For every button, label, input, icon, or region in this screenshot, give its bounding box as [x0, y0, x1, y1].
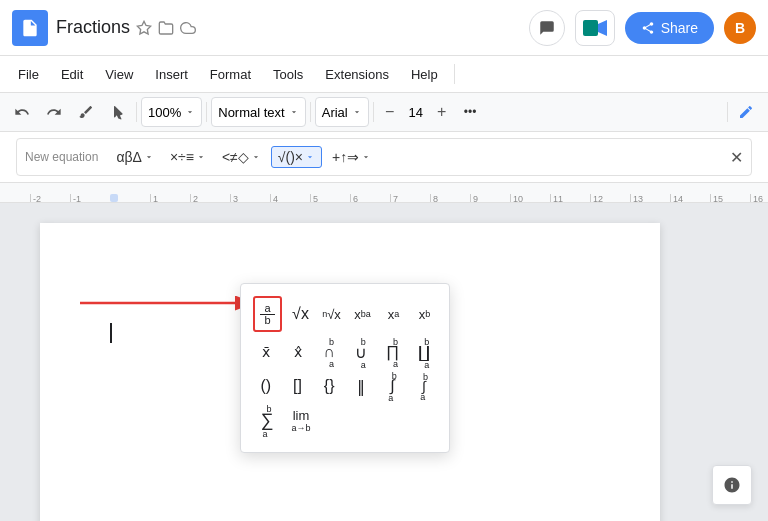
equation-close-button[interactable]: ✕ [730, 148, 743, 167]
norm-symbol[interactable]: ‖ [348, 372, 374, 400]
equation-toolbar-container: New equation αβΔ ×÷≡ <≠◇ √()× +↑⇒ ✕ [0, 132, 768, 183]
zoom-value: 100% [148, 105, 181, 120]
menu-file[interactable]: File [8, 63, 49, 86]
toolbar-separator-5 [727, 102, 728, 122]
svg-rect-0 [26, 28, 34, 29]
prod-symbol[interactable]: b∏a [380, 338, 406, 366]
text-style-select[interactable]: Normal text [211, 97, 305, 127]
ruler-mark: 13 [630, 194, 670, 202]
toolbar-separator-2 [206, 102, 207, 122]
paint-button[interactable] [72, 97, 100, 127]
eq-dropdown-row-1: a b √x n√x xba xa xb [253, 296, 437, 332]
sqrt-symbol[interactable]: √x [288, 300, 313, 328]
pointer-button[interactable] [104, 97, 132, 127]
equation-label: New equation [25, 150, 98, 164]
text-style-chevron-icon [289, 107, 299, 117]
folder-icon[interactable] [158, 20, 174, 36]
ruler-mark: 6 [350, 194, 390, 202]
ruler: -2 -1 1 2 3 4 5 6 7 8 9 10 11 12 13 14 1… [0, 183, 768, 203]
menu-help[interactable]: Help [401, 63, 448, 86]
ruler-mark: 7 [390, 194, 430, 202]
coprod-symbol[interactable]: b∐a [411, 338, 437, 366]
star-icon[interactable] [136, 20, 152, 36]
font-size-decrease-button[interactable]: − [378, 100, 402, 124]
lim-symbol[interactable]: lima→b [287, 406, 315, 434]
document-title[interactable]: Fractions [56, 17, 130, 38]
ruler-mark: 16 [750, 194, 768, 202]
font-chevron-icon [352, 107, 362, 117]
eq-ops-chevron [196, 152, 206, 162]
ruler-mark: 3 [230, 194, 270, 202]
sup-sub-symbol[interactable]: xba [350, 300, 375, 328]
bracket-symbol[interactable]: [] [285, 372, 311, 400]
more-options-button[interactable]: ••• [458, 97, 483, 127]
ruler-mark: 15 [710, 194, 750, 202]
equation-dropdown[interactable]: a b √x n√x xba xa xb x̄ x̂ b∩a [240, 283, 450, 453]
eq-structures-button[interactable]: √()× [271, 146, 322, 168]
nthroot-symbol[interactable]: n√x [319, 300, 344, 328]
bigcap-symbol[interactable]: b∩a [316, 338, 342, 366]
ruler-mark: 8 [430, 194, 470, 202]
menu-tools[interactable]: Tools [263, 63, 313, 86]
menu-format[interactable]: Format [200, 63, 261, 86]
eq-arrows-chevron [361, 152, 371, 162]
ruler-mark: 11 [550, 194, 590, 202]
svg-rect-3 [583, 20, 598, 36]
toolbar-separator-1 [136, 102, 137, 122]
app-icon [12, 10, 48, 46]
toolbar-separator-3 [310, 102, 311, 122]
superscript-symbol[interactable]: xb [412, 300, 437, 328]
ruler-mark: -1 [70, 194, 110, 202]
paren-symbol[interactable]: () [253, 372, 279, 400]
menu-edit[interactable]: Edit [51, 63, 93, 86]
ruler-mark: 10 [510, 194, 550, 202]
share-button[interactable]: Share [625, 12, 714, 44]
user-avatar[interactable]: B [724, 12, 756, 44]
cloud-icon[interactable] [180, 20, 196, 36]
eq-relations-button[interactable]: <≠◇ [216, 147, 267, 167]
eq-greek-chevron [144, 152, 154, 162]
zoom-chevron-icon [185, 107, 195, 117]
comment-button[interactable] [529, 10, 565, 46]
eq-struct-chevron [305, 152, 315, 162]
integral-symbol[interactable]: b∫a [380, 372, 406, 400]
hat-symbol[interactable]: x̂ [285, 338, 311, 366]
share-label: Share [661, 20, 698, 36]
redo-button[interactable] [40, 97, 68, 127]
defint-symbol[interactable]: b∫a [411, 372, 437, 400]
ruler-mark: 12 [590, 194, 630, 202]
font-value: Arial [322, 105, 348, 120]
fraction-symbol[interactable]: a b [253, 296, 282, 332]
ruler-mark: 4 [270, 194, 310, 202]
toolbar: 100% Normal text Arial − 14 + ••• [0, 92, 768, 132]
ruler-mark: 9 [470, 194, 510, 202]
edit-icon-button[interactable] [732, 97, 760, 127]
sum-symbol[interactable]: b∑a [253, 406, 281, 434]
equation-toolbar: New equation αβΔ ×÷≡ <≠◇ √()× +↑⇒ ✕ [16, 138, 752, 176]
top-bar: Fractions Share B [0, 0, 768, 56]
ruler-mark: 1 [150, 194, 190, 202]
eq-arrows-button[interactable]: +↑⇒ [326, 147, 377, 167]
accessibility-button[interactable] [712, 465, 752, 505]
eq-dropdown-row-4: b∑a lima→b [253, 406, 437, 434]
doc-title-area: Fractions [56, 17, 521, 38]
menu-insert[interactable]: Insert [145, 63, 198, 86]
menu-bar: File Edit View Insert Format Tools Exten… [0, 56, 768, 92]
toolbar-separator-4 [373, 102, 374, 122]
menu-extensions[interactable]: Extensions [315, 63, 399, 86]
document-page[interactable]: a b √x n√x xba xa xb x̄ x̂ b∩a [40, 223, 660, 521]
ruler-mark [110, 194, 118, 202]
eq-ops-button[interactable]: ×÷≡ [164, 147, 212, 167]
zoom-select[interactable]: 100% [141, 97, 202, 127]
overline-symbol[interactable]: x̄ [253, 338, 279, 366]
brace-symbol[interactable]: {} [316, 372, 342, 400]
font-size-increase-button[interactable]: + [430, 100, 454, 124]
bigcup-symbol[interactable]: b∪a [348, 338, 374, 366]
undo-button[interactable] [8, 97, 36, 127]
meet-button[interactable] [575, 10, 615, 46]
menu-separator [454, 64, 455, 84]
eq-greek-button[interactable]: αβΔ [110, 147, 160, 167]
subscript-symbol[interactable]: xa [381, 300, 406, 328]
font-select[interactable]: Arial [315, 97, 369, 127]
menu-view[interactable]: View [95, 63, 143, 86]
